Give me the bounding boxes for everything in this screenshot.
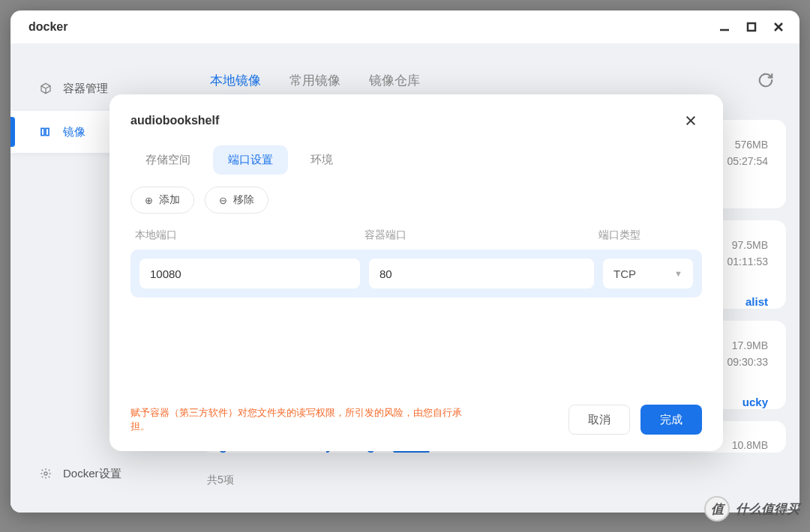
col-port-type: 端口类型 [598,229,698,242]
image-extra: alist [728,293,769,311]
tab-env[interactable]: 环境 [296,145,348,175]
cancel-button[interactable]: 取消 [568,405,630,435]
image-size: 97.5MB [728,237,769,253]
cube-icon [39,82,52,95]
watermark: 值 什么值得买 [704,496,800,522]
chevron-down-icon: ▼ [674,269,682,278]
tab-local-images[interactable]: 本地镜像 [210,72,261,89]
watermark-logo: 值 [704,496,730,522]
add-label: 添加 [159,193,180,207]
remove-port-button[interactable]: ⊖ 移除 [205,187,268,214]
plus-icon: ⊕ [145,195,153,206]
modal-header: audiobookshelf [130,109,702,132]
tab-storage[interactable]: 存储空间 [130,145,206,175]
close-button[interactable] [768,16,789,37]
port-type-select[interactable]: TCP ▼ [603,259,693,288]
svg-rect-1 [748,23,755,31]
modal-close-button[interactable] [680,109,702,132]
tab-image-repo[interactable]: 镜像仓库 [369,72,420,89]
item-count: 共5项 [189,465,786,487]
sidebar-item-label: 镜像 [63,125,86,139]
modal-buttons: 取消 完成 [568,405,702,435]
image-size: 576MB [728,136,769,153]
image-meta: 97.5MB 01:11:53 alist [728,237,769,311]
layers-icon [39,125,52,139]
image-meta: 576MB 05:27:54 [728,136,769,170]
maximize-button[interactable] [741,16,762,37]
modal-title: audiobookshelf [130,114,219,127]
titlebar: docker [10,10,800,43]
minimize-button[interactable] [714,16,735,37]
minus-icon: ⊖ [219,195,227,206]
port-config-modal: audiobookshelf 存储空间 端口设置 环境 ⊕ 添加 ⊖ 移除 本地… [110,94,723,451]
sidebar-item-label: Docker设置 [63,467,122,481]
port-row: TCP ▼ [130,250,702,297]
image-meta: 17.9MB 09:30:33 ucky [728,337,769,411]
remove-label: 移除 [233,193,254,207]
modal-tabs: 存储空间 端口设置 环境 [130,145,702,175]
image-time: 09:30:33 [728,354,769,370]
image-meta: 10.8MB [732,437,768,453]
image-time: 05:27:54 [728,153,769,169]
image-time: 01:11:53 [728,253,769,270]
svg-rect-4 [41,128,44,135]
warning-text: 赋予容器（第三方软件）对您文件夹的读写权限，所引发的风险，由您自行承担。 [130,406,476,433]
col-container-port: 容器端口 [364,229,590,242]
sidebar-item-label: 容器管理 [63,82,108,96]
confirm-button[interactable]: 完成 [640,405,702,435]
local-port-input[interactable] [140,259,360,288]
watermark-text: 什么值得买 [736,501,800,518]
container-port-input[interactable] [369,259,594,288]
image-size: 10.8MB [732,437,768,453]
svg-point-6 [44,472,47,475]
window-controls [714,16,789,37]
port-columns: 本地端口 容器端口 端口类型 [130,229,702,250]
add-port-button[interactable]: ⊕ 添加 [130,187,194,214]
modal-footer: 赋予容器（第三方软件）对您文件夹的读写权限，所引发的风险，由您自行承担。 取消 … [130,405,702,435]
gear-icon [39,467,52,480]
image-extra: ucky [728,393,769,411]
tab-common-images[interactable]: 常用镜像 [290,72,340,89]
app-window: docker 容器管理 镜像 [10,10,800,513]
refresh-button[interactable] [752,66,780,94]
svg-rect-5 [46,128,49,135]
col-local-port: 本地端口 [135,229,356,242]
image-size: 17.9MB [728,337,769,354]
port-type-value: TCP [614,267,636,280]
tab-ports[interactable]: 端口设置 [213,145,288,175]
port-actions: ⊕ 添加 ⊖ 移除 [130,187,702,214]
sidebar-item-docker-settings[interactable]: Docker设置 [10,453,180,495]
app-title: docker [28,20,68,34]
